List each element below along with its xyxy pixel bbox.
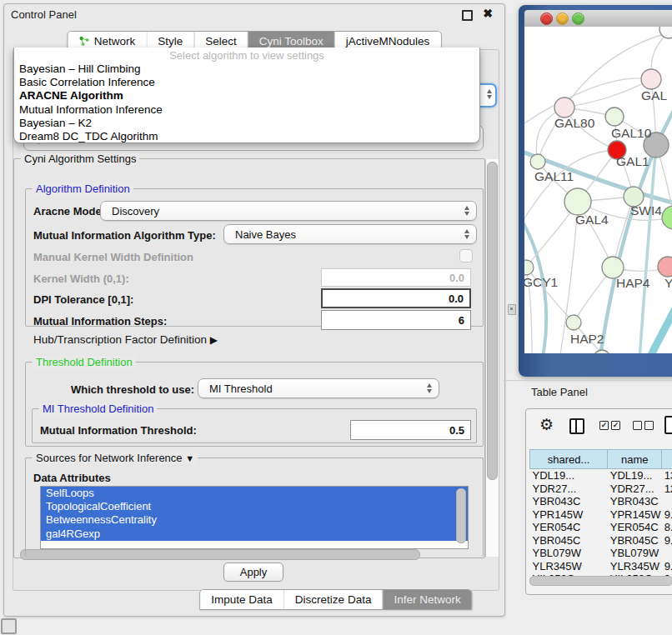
table-row[interactable]: YDL19...YDL19...13 (530, 469, 672, 482)
algorithm-dropdown-item[interactable]: ARACNE Algorithm (14, 89, 479, 102)
data-attribute-item-selected[interactable]: SelfLoops (41, 487, 468, 500)
table-cell: 8. (662, 521, 672, 534)
network-edge[interactable] (641, 302, 672, 353)
network-node-label: GAL11 (534, 169, 574, 183)
network-node-label: GAL4 (575, 212, 609, 227)
table-cell: YDR27... (608, 482, 662, 496)
dpi-tolerance-field[interactable]: 0.0 (321, 288, 471, 308)
data-attribute-item-selected[interactable]: gal4RGexp (41, 528, 468, 541)
expand-right-icon[interactable]: ▶ (210, 334, 218, 346)
manual-kernel-width-label: Manual Kernel Width Definition (33, 251, 193, 263)
deselect-all-checkbox-icon[interactable] (633, 421, 642, 430)
data-attribute-item-selected[interactable]: BetweennessCentrality (41, 513, 468, 527)
collapse-down-icon[interactable]: ▼ (185, 453, 194, 463)
table-cell: YBR043C (530, 495, 608, 508)
kernel-width-label: Kernel Width (0,1): (33, 272, 129, 285)
panel-splitter-handle[interactable] (508, 304, 516, 315)
network-node[interactable] (659, 27, 672, 38)
document-icon[interactable] (664, 416, 672, 434)
algorithm-dropdown-hint: Select algorithm to view settings (14, 49, 479, 62)
aracne-mode-combobox[interactable]: Discovery (100, 201, 477, 221)
close-traffic-light-icon[interactable] (540, 12, 553, 25)
algorithm-dropdown-item[interactable]: Bayesian – Hill Climbing (14, 62, 479, 76)
table-column-header[interactable]: shared... (530, 450, 608, 469)
tab-impute-data[interactable]: Impute Data (200, 590, 284, 609)
kernel-width-field[interactable]: 0.0 (321, 268, 471, 287)
tab-discretize-data[interactable]: Discretize Data (284, 590, 384, 609)
table-row[interactable]: YBR043CYBR043C (530, 495, 672, 508)
network-node[interactable] (530, 154, 545, 169)
network-node[interactable] (566, 315, 581, 330)
apply-button[interactable]: Apply (223, 562, 283, 582)
table-horizontal-scrollbar-thumb[interactable] (529, 576, 672, 586)
network-node[interactable] (564, 188, 591, 215)
table-row[interactable]: YBL079WYBL079W (530, 547, 672, 560)
tab-label: Style (158, 35, 183, 48)
network-node[interactable] (554, 98, 574, 118)
control-panel-titlebar[interactable]: Control Panel ✖ (4, 4, 504, 24)
tab-infer-network[interactable]: Infer Network (383, 590, 471, 609)
mi-algorithm-type-combobox[interactable]: Naive Bayes (223, 224, 477, 244)
table-cell: 9. (662, 534, 672, 548)
table-cell: YBR045C (608, 534, 662, 548)
algorithm-dropdown-list: Bayesian – Hill ClimbingBasic Correlatio… (14, 62, 479, 143)
select-all-checkbox-icon[interactable]: ✓ (611, 421, 620, 430)
algorithm-dropdown-item[interactable]: Mutual Information Inference (14, 103, 479, 117)
table-panel-titlebar[interactable]: Table Panel (504, 380, 672, 402)
algorithm-dropdown-item[interactable]: Bayesian – K2 (14, 117, 479, 130)
table-column-header[interactable]: A (662, 450, 672, 469)
select-all-checkbox-icon[interactable]: ✓ (599, 421, 609, 430)
table-cell: YER054C (608, 521, 662, 534)
table-row[interactable]: YBR045CYBR045C9. (530, 534, 672, 548)
table-row[interactable]: YPR145WYPR145W9. (530, 508, 672, 522)
algorithm-dropdown-item[interactable]: Dream8 DC_TDC Algorithm (14, 130, 479, 143)
collapsed-panel-icon[interactable] (1, 618, 17, 634)
data-attributes-list[interactable]: SelfLoopsTopologicalCoefficientBetweenne… (40, 486, 469, 549)
network-node[interactable] (594, 350, 610, 353)
manual-kernel-width-checkbox[interactable] (459, 249, 473, 262)
network-node[interactable] (641, 69, 661, 89)
algorithm-definition-title: Algorithm Definition (33, 182, 133, 195)
table-row[interactable]: YER054CYER054C8. (530, 521, 672, 534)
network-node-label: HAP4 (616, 276, 650, 290)
network-node[interactable] (605, 108, 624, 126)
deselect-all-checkbox-icon[interactable] (644, 421, 654, 430)
table-row[interactable]: YDR27...YDR27...12 (530, 482, 672, 496)
network-edge[interactable] (639, 145, 656, 353)
close-icon[interactable]: ✖ (483, 7, 493, 20)
algorithm-dropdown-item[interactable]: Basic Correlation Inference (14, 76, 479, 89)
network-view-titlebar[interactable] (524, 10, 672, 28)
data-attribute-item-selected[interactable]: TopologicalCoefficient (41, 500, 468, 513)
aracne-mode-value: Discovery (112, 205, 159, 218)
columns-icon[interactable] (569, 418, 584, 434)
data-attributes-label: Data Attributes (33, 472, 111, 484)
tab-label: Select (205, 35, 237, 48)
tab-label: Infer Network (394, 593, 460, 606)
network-canvas[interactable]: GALGAL80GAL10GAL1GAL11SWI4GAL4GCY1HAP4YH… (524, 27, 672, 353)
hub-definition-label: Hub/Transcription Factor Definition (33, 333, 207, 346)
node-attribute-table[interactable]: shared...nameA YDL19...YDL19...13YDR27..… (529, 449, 672, 586)
float-window-icon[interactable] (462, 10, 473, 21)
network-node-label: GCY1 (524, 275, 558, 289)
network-node-label: SWI4 (630, 203, 662, 218)
table-column-header[interactable]: name (608, 450, 662, 469)
data-attributes-items: SelfLoopsTopologicalCoefficientBetweenne… (41, 487, 468, 541)
settings-vertical-scrollbar-thumb[interactable] (487, 162, 498, 480)
table-row[interactable]: YLR345WYLR345W9. (530, 560, 672, 573)
threshold-definition-title: Threshold Definition (33, 356, 136, 368)
mi-threshold-field[interactable]: 0.5 (350, 420, 471, 440)
network-node[interactable] (658, 257, 672, 277)
zoom-traffic-light-icon[interactable] (572, 12, 584, 25)
gear-icon[interactable]: ⚙ (539, 417, 554, 432)
which-threshold-combobox[interactable]: MI Threshold (198, 378, 439, 398)
attributes-scrollbar-thumb[interactable] (456, 488, 466, 543)
minimize-traffic-light-icon[interactable] (556, 12, 569, 25)
cyni-bottom-tabbar: Impute Data Discretize Data Infer Networ… (199, 589, 472, 610)
network-node[interactable] (524, 260, 534, 275)
hub-definition-toggle[interactable]: Hub/Transcription Factor Definition ▶ (33, 333, 218, 346)
network-node[interactable] (662, 206, 672, 229)
settings-group-title: Cyni Algorithm Settings (21, 152, 139, 165)
mi-steps-field[interactable]: 6 (321, 310, 471, 330)
mi-steps-value: 6 (459, 314, 464, 327)
dpi-tolerance-label: DPI Tolerance [0,1]: (33, 293, 133, 306)
